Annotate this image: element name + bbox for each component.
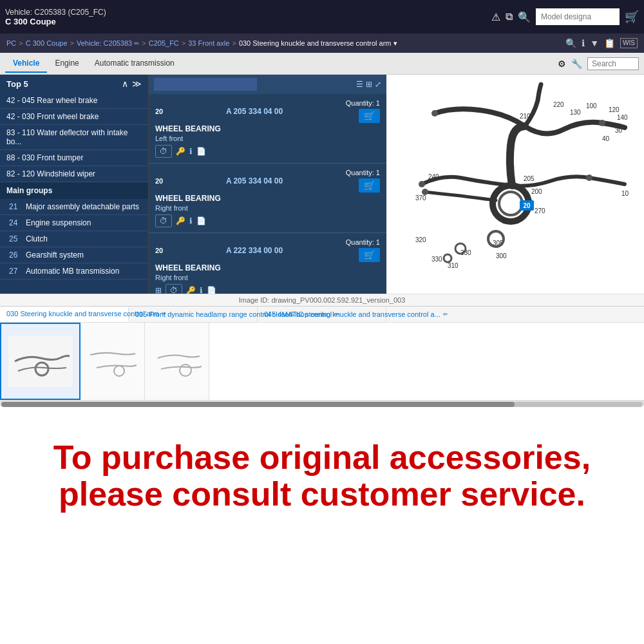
settings-icon[interactable]: ⚙ xyxy=(558,59,566,69)
part-1-key-icon[interactable]: 🔑 xyxy=(176,216,185,225)
part-2-grid-icon[interactable]: ⊞ xyxy=(155,286,162,294)
sidebar-group-26[interactable]: 26 Gearshift system xyxy=(0,247,148,263)
breadcrumb-axle[interactable]: 33 Front axle xyxy=(188,39,229,47)
svg-text:320: 320 xyxy=(415,236,426,243)
part-1-doc-icon[interactable]: 📄 xyxy=(196,216,206,225)
wis-icon[interactable]: WIS xyxy=(620,38,638,48)
breadcrumb-vehicle[interactable]: Vehicle: C205383 ✏ xyxy=(77,39,139,47)
thumbnail-1[interactable] xyxy=(80,323,145,400)
sidebar-group-27[interactable]: 27 Automatic MB transmission xyxy=(0,263,148,279)
part-2-cart-button[interactable]: 🛒 xyxy=(359,248,380,262)
part-2-name: WHEEL BEARING xyxy=(155,263,380,272)
part-2-key-icon[interactable]: 🔑 xyxy=(186,286,196,294)
bottom-tab-2-edit-icon: ✏ xyxy=(443,311,448,317)
tab-engine[interactable]: Engine xyxy=(47,55,86,73)
copy-icon[interactable]: ⧉ xyxy=(506,11,513,23)
parts-filter-input[interactable] xyxy=(154,78,257,91)
sidebar-group-24[interactable]: 24 Engine suspension xyxy=(0,215,148,231)
breadcrumb-fc[interactable]: C205_FC xyxy=(149,39,179,47)
model-name: C 300 Coupe xyxy=(5,17,106,26)
bottom-thumbnails xyxy=(0,323,644,400)
part-0-name: WHEEL BEARING xyxy=(155,124,380,133)
parts-search-input[interactable] xyxy=(587,57,639,70)
part-1-cart-button[interactable]: 🛒 xyxy=(359,178,380,193)
thumbnail-0[interactable] xyxy=(0,323,80,400)
part-1-clock-button[interactable]: ⏱ xyxy=(155,214,172,227)
zoom-icon[interactable]: 🔍 xyxy=(565,38,576,48)
svg-text:10: 10 xyxy=(621,190,629,197)
bottom-tabs: 030 Steering knuckle and transverse cont… xyxy=(0,307,644,323)
bottom-tab-2-label: 045 4MATIC steering knuckle and transver… xyxy=(264,310,440,318)
model-search-input[interactable] xyxy=(536,8,620,25)
sidebar-item-3[interactable]: 88 - 030 Front bumper xyxy=(0,150,148,166)
list-icon[interactable]: ☰ xyxy=(356,80,363,89)
print-icon[interactable]: 📋 xyxy=(604,38,615,48)
sidebar-group-21[interactable]: 21 Major assembly detachable parts xyxy=(0,199,148,215)
part-item-1: 20 A 205 334 04 00 Quantity: 1 🛒 WHEEL B… xyxy=(149,164,386,233)
svg-text:20: 20 xyxy=(523,202,531,209)
part-item-2: 20 A 222 334 00 00 Quantity: 1 🛒 WHEEL B… xyxy=(149,233,386,294)
svg-rect-33 xyxy=(8,336,73,387)
breadcrumb-current: 030 Steering knuckle and transverse cont… xyxy=(239,39,397,48)
ad-line2: please consult customer service. xyxy=(53,476,591,513)
sidebar-group-25[interactable]: 25 Clutch xyxy=(0,231,148,247)
part-0-doc-icon[interactable]: 📄 xyxy=(196,147,206,156)
ad-text: To purchase original accessories, please… xyxy=(53,439,591,513)
bottom-section: 030 Steering knuckle and transverse cont… xyxy=(0,306,644,406)
sidebar-item-0[interactable]: 42 - 045 Rear wheel brake xyxy=(0,93,148,109)
tab-automatic[interactable]: Automatic transmission xyxy=(87,55,182,73)
warning-icon[interactable]: ⚠ xyxy=(491,11,500,23)
filter-icon[interactable]: ▼ xyxy=(590,38,599,48)
part-item-2-header: 20 A 222 334 00 00 Quantity: 1 🛒 xyxy=(155,238,380,262)
sidebar-title: Top 5 xyxy=(6,79,28,89)
thumb-svg-2 xyxy=(148,336,206,387)
cart-icon[interactable]: 🛒 xyxy=(625,10,639,24)
breadcrumb-pc[interactable]: PC xyxy=(6,39,16,47)
part-0-icons: ⏱ 🔑 ℹ 📄 xyxy=(155,145,380,158)
sidebar-item-2[interactable]: 83 - 110 Water deflector with intake bo.… xyxy=(0,125,148,150)
tab-vehicle[interactable]: Vehicle xyxy=(5,55,47,73)
part-2-pos: 20 xyxy=(155,247,163,254)
part-0-clock-button[interactable]: ⏱ xyxy=(155,145,172,158)
sidebar-controls: ∧ ≫ xyxy=(122,79,142,89)
sidebar-item-1[interactable]: 42 - 030 Front wheel brake xyxy=(0,109,148,125)
part-2-doc-icon[interactable]: 📄 xyxy=(207,286,216,294)
part-2-id: A 222 334 00 00 xyxy=(226,246,283,255)
svg-text:205: 205 xyxy=(524,175,535,182)
part-1-info-icon[interactable]: ℹ xyxy=(189,216,193,225)
parts-list-header: ☰ ⊞ ⤢ xyxy=(149,75,386,94)
bottom-tab-0[interactable]: 030 Steering knuckle and transverse cont… xyxy=(0,307,129,322)
thumb-img-0 xyxy=(8,336,73,387)
grid-icon[interactable]: ⊞ xyxy=(366,80,372,89)
svg-text:220: 220 xyxy=(553,101,564,108)
scroll-track xyxy=(1,402,643,407)
sidebar-expand-icon[interactable]: ≫ xyxy=(132,79,142,89)
part-0-info-icon[interactable]: ℹ xyxy=(189,147,193,156)
part-0-quantity: Quantity: 1 xyxy=(346,99,380,107)
sidebar-item-4[interactable]: 82 - 120 Windshield wiper xyxy=(0,166,148,182)
info-icon[interactable]: ℹ xyxy=(582,38,585,48)
part-1-desc: Right front xyxy=(155,204,380,212)
image-id-text: Image ID: drawing_PV000.002.592.921_vers… xyxy=(239,296,406,304)
expand-icon[interactable]: ⤢ xyxy=(375,80,381,89)
ad-line1: To purchase original accessories, xyxy=(53,439,591,476)
part-0-key-icon[interactable]: 🔑 xyxy=(176,147,185,156)
part-2-info-icon[interactable]: ℹ xyxy=(200,286,203,294)
svg-text:120: 120 xyxy=(609,106,620,113)
part-0-pos: 20 xyxy=(155,108,163,115)
thumbnail-2[interactable] xyxy=(145,323,209,400)
bottom-tab-1[interactable]: 035 Front dynamic headlamp range control… xyxy=(129,307,258,322)
part-0-cart-button[interactable]: 🛒 xyxy=(359,109,380,123)
part-2-clock-button[interactable]: ⏱ xyxy=(166,284,182,294)
advertisement: To purchase original accessories, please… xyxy=(0,406,644,546)
image-id-bar: Image ID: drawing_PV000.002.592.921_vers… xyxy=(0,294,644,306)
thumb-svg-1 xyxy=(84,336,142,387)
bottom-tab-2[interactable]: 045 4MATIC steering knuckle and transver… xyxy=(258,307,386,322)
part-1-quantity: Quantity: 1 xyxy=(346,169,380,176)
breadcrumb-coupe[interactable]: C 300 Coupe xyxy=(26,39,68,47)
group-label-25: Clutch xyxy=(26,234,48,243)
diagram-area: 20 120 100 220 130 140 30 40 210 10 200 … xyxy=(386,75,644,294)
svg-point-6 xyxy=(431,110,438,117)
tools-icon[interactable]: 🔧 xyxy=(571,59,582,69)
sidebar-collapse-icon[interactable]: ∧ xyxy=(122,79,128,89)
